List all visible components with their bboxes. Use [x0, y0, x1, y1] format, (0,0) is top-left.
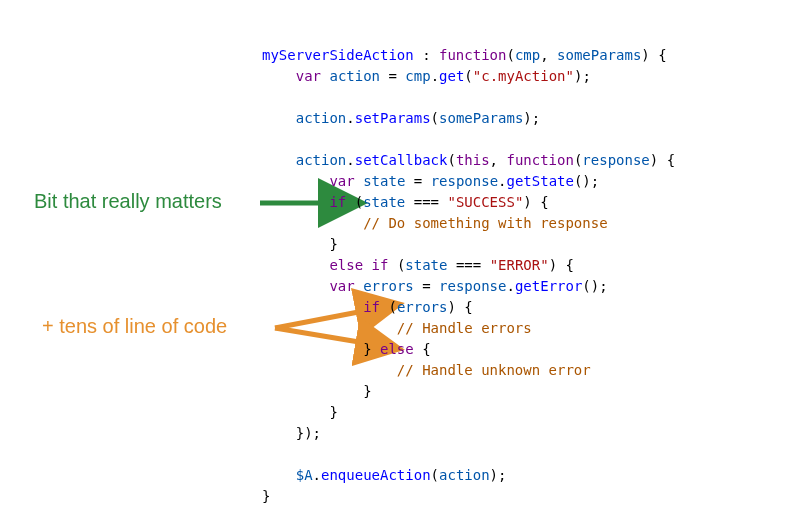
code-line-19: }); [262, 425, 321, 441]
code-line-10: } [262, 236, 338, 252]
code-line-6: action.setCallback(this, function(respon… [262, 152, 675, 168]
code-line-16: // Handle unknown error [262, 362, 591, 378]
code-line-12: var errors = response.getError(); [262, 278, 608, 294]
figure-root: Bit that really matters + tens of line o… [0, 0, 800, 528]
code-line-15: } else { [262, 341, 431, 357]
code-line-8: if (state === "SUCCESS") { [262, 194, 549, 210]
code-line-9: // Do something with response [262, 215, 608, 231]
code-line-21: $A.enqueueAction(action); [262, 467, 506, 483]
fn-name: myServerSideAction [262, 47, 414, 63]
code-line-22: } [262, 488, 270, 504]
code-line-14: // Handle errors [262, 320, 532, 336]
annotation-orange: + tens of line of code [42, 316, 227, 337]
code-block: myServerSideAction : function(cmp, someP… [262, 24, 675, 528]
code-line-1: myServerSideAction : function(cmp, someP… [262, 47, 667, 63]
code-line-13: if (errors) { [262, 299, 473, 315]
code-line-18: } [262, 404, 338, 420]
annotation-green: Bit that really matters [34, 191, 222, 212]
code-line-17: } [262, 383, 372, 399]
code-line-2: var action = cmp.get("c.myAction"); [262, 68, 591, 84]
code-line-11: else if (state === "ERROR") { [262, 257, 574, 273]
code-line-4: action.setParams(someParams); [262, 110, 540, 126]
code-line-7: var state = response.getState(); [262, 173, 599, 189]
